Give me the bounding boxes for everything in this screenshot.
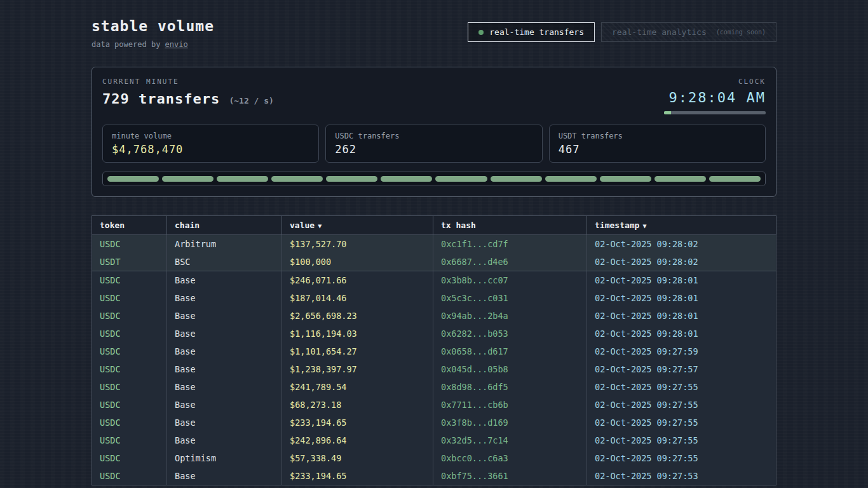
token-cell: USDC [92, 431, 167, 449]
clock-block: CLOCK 9:28:04 AM [664, 78, 766, 114]
tx-hash-link[interactable]: 0x3f8b...d169 [433, 414, 587, 431]
page-container: stable volume data powered by envio real… [92, 0, 776, 485]
tab-label: real-time transfers [489, 27, 584, 37]
table-row: USDCBase$1,101,654.270x0658...d61702-Oct… [92, 342, 776, 360]
timestamp-cell: 02-Oct-2025 09:28:01 [587, 289, 776, 307]
chain-cell: Base [167, 342, 282, 360]
tx-hash-link[interactable]: 0xbcc0...c6a3 [433, 449, 587, 467]
timestamp-cell: 02-Oct-2025 09:27:55 [587, 378, 776, 396]
value-cell: $68,273.18 [282, 396, 433, 414]
value-cell: $241,789.54 [282, 378, 433, 396]
page-title: stable volume [92, 18, 214, 34]
timestamp-cell: 02-Oct-2025 09:27:55 [587, 431, 776, 449]
clock-time: 9:28:04 AM [664, 90, 766, 105]
value-cell: $57,338.49 [282, 449, 433, 467]
column-header-timestamp[interactable]: timestamp▼ [587, 216, 776, 235]
column-header-tx_hash: tx hash [433, 216, 587, 235]
table-row: USDCBase$241,789.540x8d98...6df502-Oct-2… [92, 378, 776, 396]
value-cell: $246,071.66 [282, 271, 433, 290]
column-label: value [290, 220, 315, 230]
column-label: chain [175, 220, 200, 230]
activity-segment [107, 176, 159, 182]
stat-label: USDC transfers [335, 132, 532, 140]
table-row: USDCBase$233,194.650xbf75...366102-Oct-2… [92, 467, 776, 485]
topbar: stable volume data powered by envio real… [92, 18, 776, 49]
transfer-count-block: CURRENT MINUTE 729 transfers (~12 / s) [102, 78, 274, 107]
token-cell: USDC [92, 325, 167, 342]
token-cell: USDC [92, 271, 167, 290]
token-cell: USDC [92, 360, 167, 378]
stat-value: 262 [335, 143, 532, 156]
tx-hash-link[interactable]: 0x0658...d617 [433, 342, 587, 360]
tab-real-time-transfers[interactable]: real-time transfers [468, 22, 595, 42]
table-row: USDCBase$1,116,194.030x6282...b05302-Oct… [92, 325, 776, 342]
sort-desc-icon: ▼ [318, 222, 322, 229]
value-cell: $1,116,194.03 [282, 325, 433, 342]
stat-card-usdc-transfers: USDC transfers262 [325, 125, 542, 163]
value-cell: $1,238,397.97 [282, 360, 433, 378]
stat-label: minute volume [112, 132, 309, 140]
value-cell: $137,527.70 [282, 235, 433, 254]
transfer-rate: (~12 / s) [229, 96, 273, 105]
minute-progress-bar [664, 111, 766, 114]
envio-link[interactable]: envio [165, 40, 188, 49]
activity-segment [600, 176, 651, 182]
table-row: USDCBase$68,273.180x7711...cb6b02-Oct-20… [92, 396, 776, 414]
activity-segment [435, 176, 487, 182]
column-label: token [100, 220, 125, 230]
chain-cell: Base [167, 271, 282, 290]
tx-hash-link[interactable]: 0x94ab...2b4a [433, 307, 587, 325]
table-row: USDCArbitrum$137,527.700xc1f1...cd7f02-O… [92, 235, 776, 254]
token-cell: USDC [92, 307, 167, 325]
chain-cell: Base [167, 378, 282, 396]
activity-segment [271, 176, 323, 182]
chain-cell: Base [167, 307, 282, 325]
table-row: USDCBase$1,238,397.970x045d...05b802-Oct… [92, 360, 776, 378]
value-cell: $242,896.64 [282, 431, 433, 449]
stat-value: $4,768,470 [112, 143, 309, 156]
activity-segment [491, 176, 542, 182]
activity-segments-bar [102, 172, 766, 186]
value-cell: $233,194.65 [282, 414, 433, 431]
chain-cell: Base [167, 431, 282, 449]
clock-label: CLOCK [664, 78, 766, 86]
tx-hash-link[interactable]: 0x045d...05b8 [433, 360, 587, 378]
tx-hash-link[interactable]: 0x3b8b...cc07 [433, 271, 587, 290]
subtitle-text: data powered by [92, 40, 165, 49]
tx-hash-link[interactable]: 0x32d5...7c14 [433, 431, 587, 449]
token-cell: USDC [92, 342, 167, 360]
chain-cell: BSC [167, 253, 282, 271]
tx-hash-link[interactable]: 0x7711...cb6b [433, 396, 587, 414]
table-row: USDCOptimism$57,338.490xbcc0...c6a302-Oc… [92, 449, 776, 467]
tx-hash-link[interactable]: 0xc1f1...cd7f [433, 235, 587, 254]
live-dot-icon [478, 30, 484, 35]
timestamp-cell: 02-Oct-2025 09:28:01 [587, 307, 776, 325]
token-cell: USDC [92, 378, 167, 396]
timestamp-cell: 02-Oct-2025 09:28:02 [587, 253, 776, 271]
token-cell: USDC [92, 289, 167, 307]
tx-hash-link[interactable]: 0xbf75...3661 [433, 467, 587, 485]
tx-hash-link[interactable]: 0x6687...d4e6 [433, 253, 587, 271]
stat-card-usdt-transfers: USDT transfers467 [549, 125, 766, 163]
tx-hash-link[interactable]: 0x5c3c...c031 [433, 289, 587, 307]
chain-cell: Optimism [167, 449, 282, 467]
activity-segment [381, 176, 432, 182]
tab-real-time-analytics: real-time analytics (coming soon) [601, 22, 776, 42]
column-header-chain: chain [167, 216, 282, 235]
current-minute-label: CURRENT MINUTE [102, 78, 274, 86]
activity-segment [162, 176, 214, 182]
column-header-token: token [92, 216, 167, 235]
token-cell: USDC [92, 449, 167, 467]
table-row: USDCBase$187,014.460x5c3c...c03102-Oct-2… [92, 289, 776, 307]
stat-card-minute-volume: minute volume$4,768,470 [102, 125, 319, 163]
tab-label: real-time analytics [612, 27, 707, 37]
title-block: stable volume data powered by envio [92, 18, 214, 49]
tx-hash-link[interactable]: 0x8d98...6df5 [433, 378, 587, 396]
column-header-value[interactable]: value▼ [282, 216, 433, 235]
token-cell: USDC [92, 235, 167, 254]
stat-label: USDT transfers [559, 132, 756, 140]
token-cell: USDC [92, 467, 167, 485]
tx-hash-link[interactable]: 0x6282...b053 [433, 325, 587, 342]
transfers-table: tokenchainvalue▼tx hashtimestamp▼ USDCAr… [92, 215, 776, 485]
value-cell: $1,101,654.27 [282, 342, 433, 360]
